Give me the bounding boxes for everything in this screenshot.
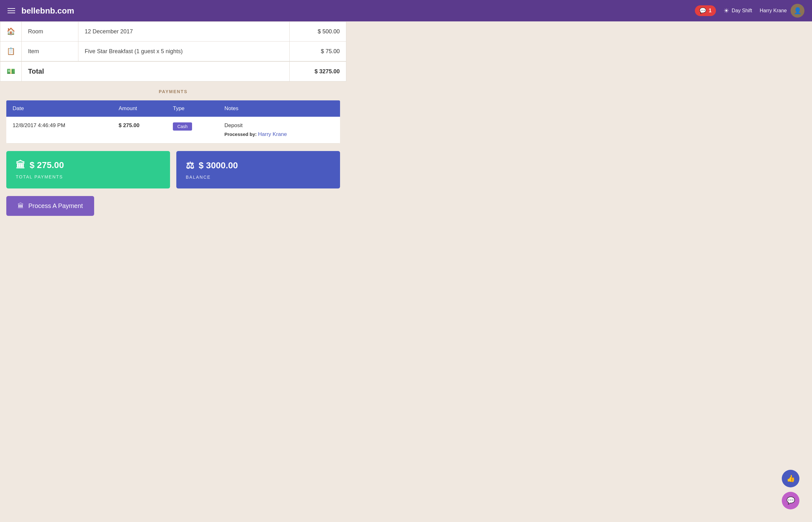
sun-icon: ☀ [723, 7, 729, 15]
room-label: Room [22, 22, 78, 42]
total-payments-card: 🏛 $ 275.00 TOTAL PAYMENTS [6, 151, 170, 188]
chat-icon: 💬 [699, 7, 706, 14]
hamburger-menu[interactable] [7, 8, 15, 13]
total-icon: 💵 [0, 61, 22, 81]
header-right: 💬 1 ☀ Day Shift Harry Krane 👤 [695, 4, 805, 18]
payment-notes: Deposit Processed by: Harry Krane [218, 117, 340, 143]
chat-bubble-icon: 💬 [787, 497, 795, 505]
brand-name: bellebnb.com [21, 6, 74, 16]
main-header: bellebnb.com 💬 1 ☀ Day Shift Harry Krane… [0, 0, 812, 21]
item-description: Five Star Breakfast (1 guest x 5 nights) [78, 42, 290, 62]
payments-header-row: Date Amount Type Notes [6, 100, 340, 117]
payment-row: 12/8/2017 4:46:49 PM $ 275.00 Cash Depos… [6, 117, 340, 143]
process-payment-button[interactable]: 🏛 Process A Payment [6, 196, 94, 216]
payments-section: PAYMENTS Date Amount Type Notes 12/8/201… [0, 81, 346, 216]
process-payment-icon: 🏛 [18, 202, 24, 209]
total-payments-amount: 🏛 $ 275.00 [16, 160, 160, 170]
chat-fab-button[interactable]: 💬 [782, 492, 799, 509]
note-text: Deposit [225, 122, 334, 129]
invoice-row-item: 📋 Item Five Star Breakfast (1 guest x 5 … [0, 42, 346, 62]
invoice-table: 🏠 Room 12 December 2017 $ 500.00 📋 Item … [0, 21, 346, 81]
payment-type: Cash [167, 117, 218, 143]
balance-card: ⚖ $ 3000.00 BALANCE [176, 151, 340, 188]
balance-amount: ⚖ $ 3000.00 [186, 160, 331, 171]
item-label: Item [22, 42, 78, 62]
shift-info: ☀ Day Shift [723, 7, 752, 15]
payments-table: Date Amount Type Notes 12/8/2017 4:46:49… [6, 100, 340, 143]
scale-icon: ⚖ [186, 160, 194, 171]
notification-badge[interactable]: 💬 1 [695, 5, 716, 16]
payment-amount: $ 275.00 [112, 117, 167, 143]
room-icon: 🏠 [0, 22, 22, 42]
fab-container: 👍 💬 [782, 470, 799, 509]
payment-date: 12/8/2017 4:46:49 PM [6, 117, 112, 143]
total-payments-label: TOTAL PAYMENTS [16, 174, 160, 179]
item-icon: 📋 [0, 42, 22, 62]
total-label: Total [22, 61, 290, 81]
invoice-row-room: 🏠 Room 12 December 2017 $ 500.00 [0, 22, 346, 42]
invoice-section: 🏠 Room 12 December 2017 $ 500.00 📋 Item … [0, 21, 346, 81]
username-label: Harry Krane [760, 8, 787, 14]
invoice-row-total: 💵 Total $ 3275.00 [0, 61, 346, 81]
item-amount: $ 75.00 [290, 42, 346, 62]
header-left: bellebnb.com [7, 6, 74, 16]
balance-label: BALANCE [186, 175, 331, 180]
cash-badge: Cash [173, 122, 192, 130]
bank-icon: 🏛 [16, 160, 25, 170]
processed-by-user: Harry Krane [258, 131, 287, 137]
shift-label: Day Shift [732, 8, 752, 14]
like-fab-button[interactable]: 👍 [782, 470, 799, 487]
total-amount: $ 3275.00 [290, 61, 346, 81]
summary-cards: 🏛 $ 275.00 TOTAL PAYMENTS ⚖ $ 3000.00 BA… [6, 151, 340, 188]
room-amount: $ 500.00 [290, 22, 346, 42]
user-info: Harry Krane 👤 [760, 4, 805, 18]
col-notes: Notes [218, 100, 340, 117]
col-date: Date [6, 100, 112, 117]
main-content: 🏠 Room 12 December 2017 $ 500.00 📋 Item … [0, 21, 346, 235]
process-payment-label: Process A Payment [28, 202, 83, 209]
payments-title: PAYMENTS [6, 89, 340, 94]
col-type: Type [167, 100, 218, 117]
room-description: 12 December 2017 [78, 22, 290, 42]
col-amount: Amount [112, 100, 167, 117]
notification-count: 1 [709, 8, 712, 14]
avatar: 👤 [791, 4, 805, 18]
processed-by-label: Processed by: [225, 132, 258, 137]
thumbs-up-icon: 👍 [787, 475, 795, 483]
